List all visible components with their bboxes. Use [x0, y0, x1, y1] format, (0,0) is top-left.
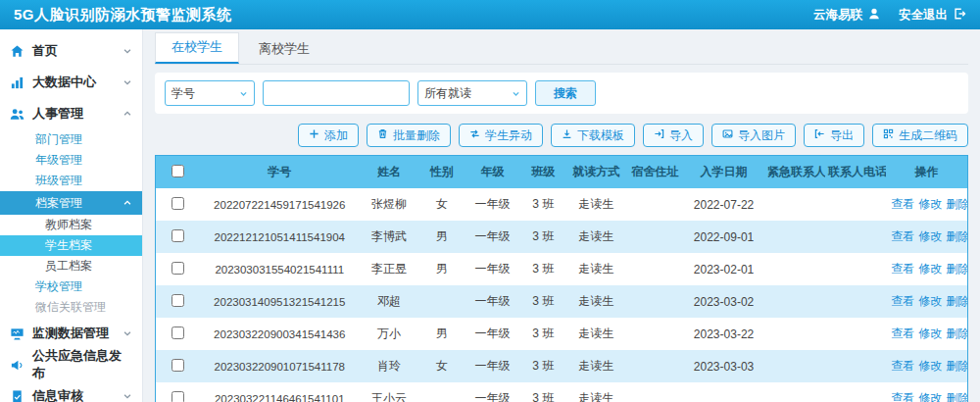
header-actions: 云海易联 安全退出	[813, 7, 966, 24]
batch-delete-button[interactable]: 批量删除	[367, 124, 451, 147]
view-link[interactable]: 查看	[891, 229, 914, 243]
export-icon	[814, 128, 825, 142]
cell-mode: 走读生	[565, 318, 626, 350]
view-link[interactable]: 查看	[891, 294, 914, 308]
delete-link[interactable]: 删除	[946, 391, 967, 402]
search-button[interactable]: 搜索	[535, 80, 596, 106]
edit-link[interactable]: 修改	[918, 229, 942, 243]
sidebar: 首页 大数据中心 人事管理 部门管理 年级管理 班级管理 档案管理 教师档案 学…	[0, 29, 143, 402]
user-menu[interactable]: 云海易联	[813, 7, 881, 24]
logout-button[interactable]: 安全退出	[899, 7, 966, 24]
sidebar-item-emergency[interactable]: 公共应急信息发布	[0, 349, 142, 380]
import-images-button[interactable]: 导入图片	[711, 124, 796, 147]
select-all-checkbox[interactable]	[172, 165, 184, 177]
student-table: 学号 姓名 性别 年级 班级 就读方式 宿舍住址 入学日期 紧急联系人 联系人电…	[155, 155, 968, 402]
edit-link[interactable]: 修改	[918, 197, 942, 211]
enrollment-status-select[interactable]: 所有就读	[417, 80, 527, 106]
add-button[interactable]: 添加	[298, 124, 359, 147]
delete-link[interactable]: 删除	[946, 294, 967, 308]
tab-bar: 在校学生 离校学生	[155, 37, 968, 65]
tab-enrolled-students[interactable]: 在校学生	[155, 32, 239, 64]
row-checkbox[interactable]	[172, 327, 184, 339]
download-icon	[562, 128, 572, 142]
view-link[interactable]: 查看	[891, 327, 914, 340]
sidebar-item-audit[interactable]: 信息审核	[0, 380, 142, 402]
sidebar-item-bigdata[interactable]: 大数据中心	[0, 67, 142, 98]
sidebar-item-teacher-archive[interactable]: 教师档案	[0, 215, 142, 235]
sidebar-item-label: 学生档案	[45, 237, 92, 254]
sidebar-item-class[interactable]: 班级管理	[0, 171, 142, 191]
button-label: 导入图片	[738, 127, 785, 144]
delete-link[interactable]: 删除	[946, 359, 967, 373]
view-link[interactable]: 查看	[891, 391, 914, 402]
row-checkbox[interactable]	[172, 294, 184, 307]
cell-grade: 一年级	[465, 285, 521, 318]
logout-label: 安全退出	[899, 7, 948, 24]
sidebar-item-archive[interactable]: 档案管理	[0, 191, 142, 215]
edit-link[interactable]: 修改	[918, 294, 942, 308]
cell-contact	[764, 318, 825, 350]
tab-departed-students[interactable]: 离校学生	[243, 35, 325, 64]
chevron-down-icon	[122, 391, 132, 401]
row-checkbox[interactable]	[172, 197, 184, 210]
delete-link[interactable]: 删除	[946, 262, 967, 276]
view-link[interactable]: 查看	[891, 197, 914, 211]
edit-link[interactable]: 修改	[918, 359, 942, 373]
cell-mode: 走读生	[565, 350, 626, 382]
row-checkbox[interactable]	[172, 391, 184, 402]
view-link[interactable]: 查看	[891, 359, 914, 373]
delete-link[interactable]: 删除	[946, 327, 967, 340]
cell-date: 2023-03-22	[683, 318, 764, 350]
table-row: 202212121051411541904 李博武 男 一年级 3 班 走读生 …	[156, 221, 967, 253]
cell-phone	[825, 382, 886, 402]
cell-operations: 查看修改删除	[886, 188, 967, 221]
chevron-down-icon	[122, 46, 132, 56]
cell-dorm	[626, 382, 683, 402]
cell-grade: 一年级	[465, 188, 521, 221]
cell-contact	[764, 188, 825, 221]
search-input[interactable]	[263, 80, 410, 106]
table-row: 202207221459171541926 张煜柳 女 一年级 3 班 走读生 …	[156, 188, 967, 221]
search-field-select[interactable]: 学号	[165, 80, 255, 106]
cell-gender	[419, 382, 465, 402]
delete-link[interactable]: 删除	[946, 229, 967, 243]
column-header: 联系人电话	[825, 156, 886, 188]
sidebar-item-student-archive[interactable]: 学生档案	[0, 235, 142, 256]
edit-link[interactable]: 修改	[918, 262, 942, 276]
row-checkbox[interactable]	[172, 262, 184, 275]
sidebar-item-label: 信息审核	[32, 387, 83, 402]
sidebar-item-hr[interactable]: 人事管理	[0, 98, 142, 129]
cell-dorm	[626, 188, 683, 221]
edit-link[interactable]: 修改	[918, 391, 942, 402]
view-link[interactable]: 查看	[891, 262, 914, 276]
sidebar-item-wechat[interactable]: 微信关联管理	[0, 297, 142, 318]
sidebar-item-label: 监测数据管理	[32, 325, 109, 342]
cell-date: 2023-03-02	[683, 285, 764, 318]
cell-class: 3 班	[521, 318, 566, 350]
transfer-icon	[469, 128, 480, 142]
student-transfer-button[interactable]: 学生异动	[459, 124, 543, 147]
sidebar-item-dept[interactable]: 部门管理	[0, 129, 142, 150]
export-button[interactable]: 导出	[804, 124, 864, 147]
edit-link[interactable]: 修改	[918, 327, 942, 340]
delete-link[interactable]: 删除	[946, 197, 967, 211]
sidebar-item-staff-archive[interactable]: 员工档案	[0, 256, 142, 276]
cell-class: 3 班	[521, 221, 566, 253]
cell-phone	[825, 318, 886, 350]
generate-qrcode-button[interactable]: 生成二维码	[872, 124, 968, 147]
cell-student-id: 202207221459171541926	[201, 188, 359, 221]
row-checkbox[interactable]	[172, 359, 184, 372]
cell-class: 3 班	[521, 188, 566, 221]
cell-grade: 一年级	[465, 253, 521, 285]
table-row: 202303221146461541101 王小云 一年级 3 班 走读生 查看…	[156, 382, 967, 402]
megaphone-icon	[10, 358, 24, 373]
import-button[interactable]: 导入	[643, 124, 704, 147]
sidebar-item-grade[interactable]: 年级管理	[0, 150, 142, 171]
download-template-button[interactable]: 下载模板	[551, 124, 635, 147]
row-checkbox[interactable]	[172, 229, 184, 242]
sidebar-item-home[interactable]: 首页	[0, 35, 142, 67]
sidebar-item-monitor[interactable]: 监测数据管理	[0, 318, 142, 349]
sidebar-item-school[interactable]: 学校管理	[0, 276, 142, 297]
cell-gender: 男	[419, 253, 465, 285]
cell-mode: 走读生	[565, 188, 626, 221]
